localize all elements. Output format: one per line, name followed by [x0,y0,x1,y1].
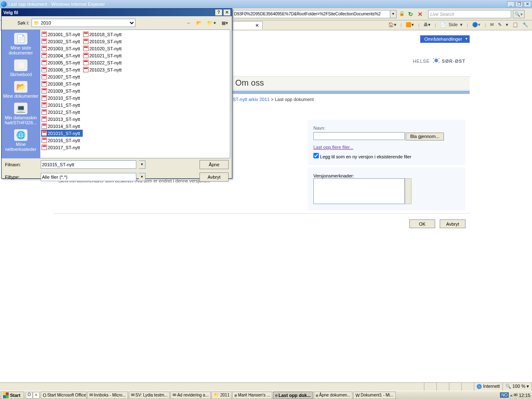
rss-icon[interactable]: 🟧▾ [404,22,415,28]
clock[interactable]: 12:15 [519,393,530,398]
up-icon[interactable]: 📂 [195,20,203,26]
file-item[interactable]: 201005_ST-nytt [41,59,83,66]
ql-more-icon[interactable]: » [33,392,39,399]
maximize-button[interactable]: ❐ [515,1,523,7]
taskbar-item[interactable]: ✉ Innboks - Micro... [87,392,128,399]
taskbar-item[interactable]: e Last opp dok... [273,392,313,399]
file-item[interactable]: 201002_ST-nytt [41,38,83,45]
language-indicator[interactable]: NO [500,392,509,398]
file-item[interactable]: 201023_ST-nytt [83,66,124,73]
address-dropdown[interactable]: ▼ [390,10,397,18]
places-item[interactable]: 🖥Skrivebord [9,58,33,79]
filename-dropdown[interactable]: ▼ [139,160,145,169]
divider [54,213,470,214]
taskbar-item[interactable]: ✉ Ad revidering a... [170,392,211,399]
places-bar: 📄Mine siste dokumenter🖥Skrivebord📂Mine d… [2,30,40,158]
zoom-level[interactable]: 🔍 100 % ▾ [503,383,532,391]
tool2-icon[interactable]: 📋 [511,22,520,28]
tool1-icon[interactable]: ▾ [505,22,510,28]
file-item[interactable]: 201008_ST-nytt [41,80,83,87]
ok-button[interactable]: OK [409,219,435,228]
file-item[interactable]: 201022_ST-nytt [83,59,124,66]
version-notes-textarea[interactable] [313,178,405,204]
name-input[interactable] [313,132,405,140]
file-item[interactable]: 201017_ST-nytt [41,144,83,151]
tab-current[interactable]: ✕ [233,21,263,30]
file-item[interactable]: 201018_ST-nytt [83,31,124,38]
views-icon[interactable]: ▦▾ [220,20,229,26]
cancel-button[interactable]: Avbryt [440,219,466,228]
filetype-select[interactable] [41,173,136,181]
taskbar-item[interactable]: 📁 2011 [212,392,232,399]
dialog-cancel-button[interactable]: Avbryt [200,172,229,182]
pdf-icon [42,123,47,129]
file-item[interactable]: 201021_ST-nytt [83,52,124,59]
tray-mail-icon[interactable]: ✉ [514,392,517,398]
look-in-select[interactable]: 📁 2010 [32,19,135,27]
refresh-button[interactable]: ↻ [408,11,413,17]
newfolder-icon[interactable]: 📁✦ [206,20,218,26]
taskbar-item[interactable]: O Start Microsoft Office [41,392,86,399]
file-item[interactable]: 201020_ST-nytt [83,45,124,52]
taskbar-item[interactable]: e Åpne dokumen... [314,392,353,399]
task-icon: ✉ [89,392,93,398]
add-version-checkbox[interactable] [313,153,319,158]
task-icon: W [355,393,360,398]
dialog-help-button[interactable]: ? [215,10,222,15]
pdf-icon [83,46,89,51]
places-item[interactable]: 📂Mine dokumenter [2,79,39,100]
upload-multiple-link[interactable]: Last opp flere filer... [313,145,353,150]
dialog-titlebar: Velg fil ? ✕ [2,9,232,16]
file-item[interactable]: 201004_ST-nytt [41,52,83,59]
minimize-button[interactable]: _ [507,1,515,7]
mail-icon[interactable]: ✉ [489,22,495,28]
taskbar-item[interactable]: e Marit Hansen's ... [232,392,272,399]
print-icon[interactable]: 🖶▾ [422,22,432,28]
file-item[interactable]: 201014_ST-nytt [41,123,83,130]
file-item[interactable]: 201006_ST-nytt [41,66,83,73]
file-item[interactable]: 201019_ST-nytt [83,38,124,45]
places-item[interactable]: 💻Min datamaskin hait/STHF026... [2,101,40,127]
back-icon[interactable]: ← [185,20,192,25]
close-button[interactable]: ✕ [524,1,531,7]
taskbar-item[interactable]: W Dokument1 - Mi... [353,392,395,399]
file-item[interactable]: 201013_ST-nytt [41,116,83,123]
breadcrumb-link[interactable]: ST-nytt arkiv 2011 [233,97,270,102]
task-icon: ✉ [172,392,176,398]
search-button[interactable]: 🔍▾ [513,10,525,18]
edit-icon[interactable]: ✎ [497,22,503,28]
filetype-dropdown[interactable]: ▼ [139,173,145,181]
help-icon[interactable]: 🔵▾ [471,22,482,28]
tray-expand-icon[interactable]: « [510,393,512,398]
file-item[interactable]: 201011_ST-nytt [41,101,83,108]
home-icon[interactable]: 🏠▾ [387,22,398,28]
file-item[interactable]: 201001_ST-nytt [41,31,83,38]
filename-input[interactable] [41,160,136,169]
places-item[interactable]: 📄Mine siste dokumenter [2,31,40,57]
file-item[interactable]: 201009_ST-nytt [41,87,83,94]
dialog-close-button[interactable]: ✕ [224,10,230,15]
file-list[interactable]: 201001_ST-nytt201002_ST-nytt201003_ST-ny… [40,30,230,158]
search-input[interactable]: Live Search [428,10,511,18]
file-item[interactable]: 201007_ST-nytt [41,73,83,80]
site-actions-menu[interactable]: Områdehandlinger [420,35,470,43]
ql-outlook-icon[interactable]: O [26,392,32,399]
file-item[interactable]: 201015_ST-nytt [41,130,83,137]
page-menu[interactable]: 📄 Side ▾ [439,22,464,28]
task-icon: e [316,393,318,398]
version-notes-form: Versjonsmerknader: [308,167,466,211]
taskbar-item[interactable]: ✉ SV: Lydia testm... [129,392,170,399]
file-item[interactable]: 201012_ST-nytt [41,108,83,116]
scrollbar[interactable] [405,178,411,204]
file-item[interactable]: 201016_ST-nytt [41,137,83,144]
start-button[interactable]: Start [1,392,24,399]
tool3-icon[interactable]: 🔧 [521,22,530,28]
browse-button[interactable]: Bla gjennom... [406,133,444,140]
address-bar[interactable]: D93F0%2D95DE3564095E%7D&RootFolder=%2FSi… [233,10,391,18]
file-item[interactable]: 201003_ST-nytt [41,45,83,52]
dialog-title: Velg fil [3,10,18,15]
file-item[interactable]: 201010_ST-nytt [41,94,83,101]
open-button[interactable]: Åpne [200,160,229,169]
places-item[interactable]: 🌐Mine nettverkssteder [2,128,40,153]
stop-button[interactable]: ✕ [418,11,423,17]
